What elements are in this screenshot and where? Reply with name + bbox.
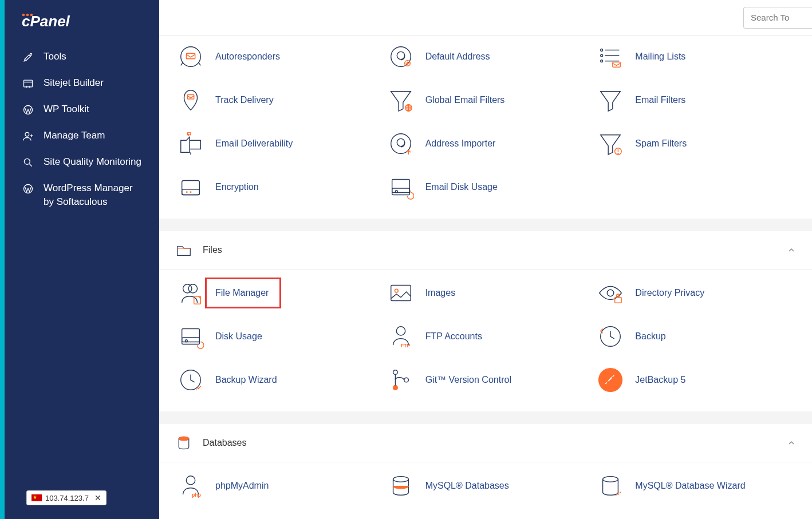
- encryption-icon: [176, 173, 205, 201]
- sitejet-icon: [22, 77, 34, 90]
- feature-ftp[interactable]: FTP FTP Accounts: [381, 319, 591, 354]
- section-title: Databases: [203, 438, 247, 448]
- phpmyadmin-icon: php: [176, 472, 205, 500]
- svg-point-44: [396, 327, 405, 335]
- feature-mysql[interactable]: MySQL® Databases: [381, 468, 591, 504]
- feature-encryption[interactable]: Encryption: [171, 169, 381, 205]
- svg-rect-41: [182, 329, 200, 342]
- tools-icon: [22, 51, 34, 64]
- svg-point-10: [181, 47, 201, 67]
- sidebar-item-label: Tools: [44, 50, 142, 64]
- feature-label: phpMyAdmin: [215, 481, 269, 491]
- feature-backup-wizard[interactable]: Backup Wizard: [171, 362, 381, 398]
- sidebar-item-label: WP Toolkit: [44, 102, 142, 116]
- feature-autoresponders[interactable]: Autoresponders: [171, 39, 381, 74]
- svg-point-54: [612, 377, 614, 379]
- feature-track-delivery[interactable]: Track Delivery: [171, 82, 381, 118]
- feature-spam-filters[interactable]: Spam Filters: [590, 126, 801, 161]
- sidebar: cPanel Tools Sitejet Builder: [5, 0, 159, 519]
- feature-images[interactable]: Images: [381, 275, 591, 311]
- sidebar-item-team[interactable]: Manage Team: [5, 122, 159, 149]
- svg-point-8: [24, 159, 30, 164]
- feature-label: Address Importer: [425, 138, 496, 149]
- svg-text:FTP: FTP: [401, 343, 411, 348]
- sidebar-item-sitejet[interactable]: Sitejet Builder: [5, 70, 159, 96]
- feature-label: Default Address: [425, 51, 490, 62]
- sidebar-item-wpmanager[interactable]: WordPress Manager by Softaculous: [5, 175, 159, 215]
- sidebar-item-sitequality[interactable]: Site Quality Monitoring: [5, 149, 159, 175]
- importer-icon: [387, 129, 415, 158]
- git-icon: [387, 366, 415, 394]
- feature-importer[interactable]: Address Importer: [381, 126, 591, 161]
- sidebar-item-wptoolkit[interactable]: WP Toolkit: [5, 96, 159, 122]
- svg-text:cPanel: cPanel: [22, 13, 70, 30]
- backup-icon: [596, 322, 625, 351]
- deliverability-icon: [176, 129, 205, 158]
- section-header-databases[interactable]: Databases: [159, 424, 812, 462]
- svg-point-35: [188, 284, 197, 293]
- svg-point-48: [196, 389, 197, 390]
- cpanel-logo[interactable]: cPanel: [5, 0, 159, 43]
- feature-git[interactable]: Git™ Version Control: [381, 362, 591, 398]
- feature-label: Disk Usage: [215, 331, 262, 342]
- default-address-icon: [387, 42, 415, 71]
- ip-text: 103.74.123.7: [45, 494, 89, 502]
- feature-label: Autoresponders: [215, 51, 280, 62]
- feature-global-filters[interactable]: Global Email Filters: [381, 82, 591, 118]
- jetbackup-icon: [596, 366, 625, 394]
- close-icon[interactable]: ✕: [94, 493, 101, 502]
- sidebar-item-tools[interactable]: Tools: [5, 43, 159, 70]
- feature-label: Backup: [635, 331, 665, 342]
- section-header-files[interactable]: Files: [159, 231, 812, 270]
- feature-jetbackup[interactable]: JetBackup 5: [590, 362, 801, 398]
- feature-backup[interactable]: Backup: [590, 319, 801, 354]
- feature-label: MySQL® Databases: [425, 481, 509, 491]
- svg-point-57: [186, 476, 195, 485]
- svg-point-56: [179, 437, 189, 440]
- svg-point-29: [186, 191, 188, 193]
- feature-deliverability[interactable]: Email Deliverability: [171, 126, 381, 161]
- chevron-up-icon[interactable]: [787, 438, 796, 447]
- topbar: [159, 0, 812, 35]
- svg-point-39: [608, 290, 614, 296]
- feature-phpmyadmin[interactable]: php phpMyAdmin: [171, 468, 381, 504]
- email-grid: Autoresponders Default Address Mailing L…: [159, 35, 812, 219]
- svg-point-33: [395, 191, 397, 193]
- email-disk-icon: [387, 173, 415, 201]
- ftp-icon: FTP: [387, 322, 415, 351]
- svg-text:php: php: [192, 492, 201, 498]
- mysql-wizard-icon: [596, 472, 625, 500]
- svg-point-15: [601, 49, 603, 51]
- svg-point-34: [183, 284, 192, 293]
- feature-email-filters[interactable]: Email Filters: [590, 82, 801, 118]
- feature-label: Email Disk Usage: [425, 182, 498, 192]
- feature-postgres-wizard[interactable]: PostgreSQL Database Wizard: [590, 512, 801, 519]
- feature-default-address[interactable]: Default Address: [381, 39, 591, 74]
- mailing-lists-icon: [596, 42, 625, 71]
- folder-icon: [175, 241, 192, 259]
- ip-badge[interactable]: 103.74.123.7 ✕: [26, 490, 107, 505]
- svg-point-59: [393, 477, 408, 482]
- feature-mysql-wizard[interactable]: MySQL® Database Wizard: [590, 468, 801, 504]
- feature-mailing-lists[interactable]: Mailing Lists: [590, 39, 801, 74]
- svg-point-60: [603, 477, 618, 482]
- feature-disk-usage[interactable]: Disk Usage: [171, 319, 381, 354]
- feature-file-manager[interactable]: File Manager: [171, 275, 381, 311]
- chevron-up-icon[interactable]: [787, 245, 796, 255]
- team-icon: [22, 130, 34, 142]
- feature-label: Email Filters: [635, 95, 685, 105]
- svg-point-62: [620, 492, 621, 493]
- feature-email-disk[interactable]: Email Disk Usage: [381, 169, 591, 205]
- search-input[interactable]: [743, 7, 812, 29]
- feature-directory-privacy[interactable]: Directory Privacy: [590, 275, 801, 311]
- feature-remote-mysql[interactable]: Remote MySQL®: [171, 512, 381, 519]
- svg-point-1: [22, 14, 25, 17]
- feature-label: Mailing Lists: [635, 51, 685, 62]
- svg-point-43: [185, 340, 187, 342]
- svg-point-50: [393, 370, 397, 375]
- feature-postgres[interactable]: PostgreSQL Databases: [381, 512, 591, 519]
- sidebar-item-label: Manage Team: [44, 129, 142, 142]
- feature-label: Email Deliverability: [215, 138, 293, 149]
- svg-rect-32: [392, 188, 409, 195]
- section-title: Files: [203, 245, 222, 255]
